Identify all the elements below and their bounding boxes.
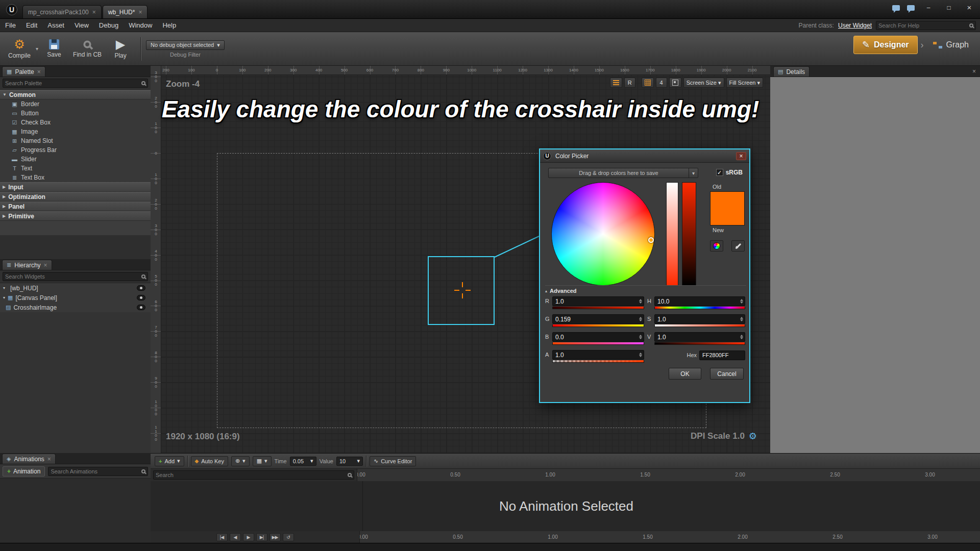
palette-section-header[interactable]: ▶ Optimization — [0, 192, 151, 202]
grid-snap-value[interactable]: 4 — [656, 78, 667, 88]
time-spinbox[interactable]: 0.05 ▾ — [290, 457, 316, 466]
ok-button[interactable]: OK — [669, 368, 701, 380]
close-icon[interactable]: × — [37, 69, 41, 74]
palette-item[interactable]: T Text — [0, 164, 151, 173]
menu-item[interactable]: Debug — [94, 21, 124, 29]
saturation-bar[interactable] — [666, 182, 678, 286]
timeline-search-box[interactable] — [153, 470, 354, 480]
respect-locks-button[interactable]: R — [624, 78, 635, 88]
slider-value-field[interactable]: 1.0 — [552, 350, 644, 360]
slider-gradient-strip[interactable] — [654, 342, 745, 345]
close-button[interactable]: × — [963, 3, 976, 12]
debug-object-dropdown[interactable]: No debug object selected ▾ — [146, 40, 225, 50]
expander-icon[interactable]: ▾ — [3, 295, 5, 300]
spinner-icon[interactable] — [639, 299, 642, 304]
menu-item[interactable]: Window — [124, 21, 157, 29]
visibility-eye-icon[interactable] — [137, 305, 145, 310]
palette-section-header[interactable]: ▶ Panel — [0, 202, 151, 211]
snapping-button[interactable]: ⊕ ▾ — [231, 456, 250, 466]
visibility-eye-icon[interactable] — [137, 285, 145, 291]
help-search-input[interactable] — [878, 22, 969, 29]
animations-search-box[interactable] — [48, 467, 148, 476]
hex-input[interactable]: FF2800FF — [699, 350, 745, 360]
playback-button[interactable]: ▶ — [243, 533, 254, 541]
maximize-button[interactable]: □ — [942, 3, 955, 12]
slider-gradient-strip[interactable] — [552, 360, 644, 363]
feedback-bubble-icon[interactable] — [892, 5, 900, 11]
slider-gradient-strip[interactable] — [552, 342, 644, 345]
slider-value-field[interactable]: 1.0 — [654, 314, 745, 324]
close-icon[interactable]: × — [972, 68, 976, 75]
palette-item[interactable]: ⊞ Named Slot — [0, 136, 151, 145]
slider-gradient-strip[interactable] — [552, 324, 644, 327]
slider-gradient-strip[interactable] — [654, 307, 745, 309]
spinner-icon[interactable] — [639, 353, 642, 357]
palette-section-header[interactable]: ▶ Input — [0, 182, 151, 192]
menu-item[interactable]: View — [69, 21, 94, 29]
asset-tab-wb-hud[interactable]: wb_HUD* × — [103, 5, 148, 18]
crosshair-image-widget[interactable] — [452, 280, 473, 300]
tab-close-icon[interactable]: × — [138, 10, 142, 15]
color-picker-close-button[interactable]: × — [736, 152, 746, 160]
hierarchy-search-box[interactable] — [3, 272, 148, 281]
visibility-eye-icon[interactable] — [137, 295, 145, 300]
srgb-checkbox[interactable]: ✓ — [716, 169, 723, 176]
palette-item[interactable]: ▱ Progress Bar — [0, 145, 151, 155]
color-slider[interactable]: 10.0 — [654, 296, 745, 309]
grid-options-button[interactable]: ▦ ▾ — [253, 456, 272, 466]
playback-button[interactable]: ◀ — [230, 533, 241, 541]
advanced-section-header[interactable]: ▴ Advanced — [545, 285, 746, 294]
animations-tab[interactable]: ◈ Animations × — [2, 454, 56, 464]
spinner-icon[interactable] — [740, 317, 743, 321]
add-animation-button[interactable]: + Animation — [3, 466, 45, 477]
save-button[interactable]: Save — [39, 34, 69, 64]
tab-close-icon[interactable]: × — [92, 10, 96, 15]
cancel-button[interactable]: Cancel — [710, 368, 744, 380]
designer-mode-button[interactable]: ✎ Designer — [853, 36, 918, 54]
help-search-box[interactable] — [876, 21, 976, 30]
compile-button[interactable]: ⚙ Compile — [4, 34, 35, 64]
palette-section-header[interactable]: ▶ Primitive — [0, 211, 151, 221]
palette-search-box[interactable] — [3, 79, 148, 88]
play-button[interactable]: ▶ Play — [106, 34, 135, 64]
color-themes-button[interactable] — [710, 240, 723, 252]
share-bubble-icon[interactable] — [907, 5, 915, 11]
playback-button[interactable]: ▶| — [256, 533, 267, 541]
color-wheel[interactable] — [551, 182, 655, 286]
slider-value-field[interactable]: 0.0 — [552, 332, 644, 342]
palette-item[interactable]: ☑ Check Box — [0, 118, 151, 127]
saved-colors-dropdown[interactable]: Drag & drop colors here to save ▾ — [548, 168, 698, 178]
fill-screen-dropdown[interactable]: Fill Screen ▾ — [726, 78, 764, 88]
color-slider[interactable]: 1.0 — [552, 350, 644, 363]
value-bar[interactable] — [682, 182, 696, 286]
slider-value-field[interactable]: 0.159 — [552, 314, 644, 324]
asset-tab-crosshairpack[interactable]: mp_crosshairPack100 × — [22, 5, 102, 18]
slider-gradient-strip[interactable] — [654, 324, 745, 327]
menu-item[interactable]: Asset — [42, 21, 69, 29]
timeline-ruler-bottom[interactable]: 0.000.501.001.502.002.503.00 — [359, 531, 980, 543]
palette-tab[interactable]: ▦ Palette × — [2, 66, 45, 77]
expander-icon[interactable]: ▾ — [3, 286, 5, 290]
spinner-icon[interactable] — [740, 335, 743, 339]
timeline-search-input[interactable] — [156, 472, 348, 478]
compile-caret-icon[interactable]: ▾ — [36, 46, 38, 52]
palette-search-input[interactable] — [5, 80, 141, 86]
minimize-button[interactable]: – — [922, 3, 935, 12]
playback-button[interactable]: ↺ — [283, 533, 294, 541]
hierarchy-row[interactable]: ▨ CrosshairImage — [0, 303, 151, 312]
hierarchy-search-input[interactable] — [5, 273, 141, 280]
color-slider[interactable]: 1.0 — [552, 296, 644, 309]
palette-item[interactable]: ▦ Image — [0, 127, 151, 136]
playback-button[interactable]: |◀ — [216, 533, 228, 541]
screen-size-dropdown[interactable]: Screen Size ▾ — [683, 78, 724, 88]
color-slider[interactable]: 1.0 — [654, 314, 745, 327]
color-slider[interactable]: 0.159 — [552, 314, 644, 327]
menu-item[interactable]: File — [0, 21, 21, 29]
hierarchy-row[interactable]: ▾ ▦ [Canvas Panel] — [0, 293, 151, 303]
value-spinbox[interactable]: 10 ▾ — [336, 457, 363, 466]
menu-item[interactable]: Edit — [21, 21, 42, 29]
slider-gradient-strip[interactable] — [552, 307, 644, 309]
hierarchy-tab[interactable]: ≣ Hierarchy × — [2, 260, 52, 270]
slider-value-field[interactable]: 10.0 — [654, 296, 745, 306]
slider-value-field[interactable]: 1.0 — [654, 332, 745, 342]
